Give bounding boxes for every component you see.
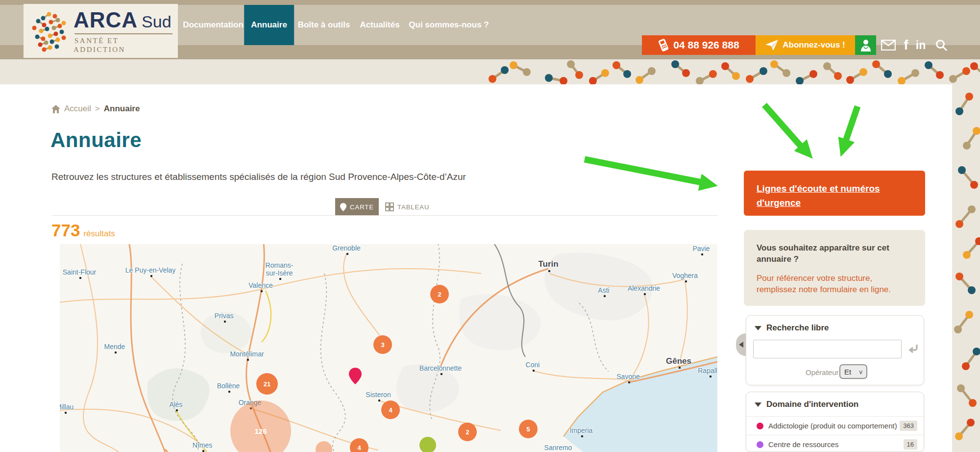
map-city-dot bbox=[679, 367, 681, 369]
free-search-title: Recherche libre bbox=[766, 323, 829, 333]
map-city-label: Nîmes bbox=[193, 441, 212, 449]
map-city-label: Millau bbox=[60, 403, 74, 411]
map-city-label: Imperia bbox=[570, 427, 593, 434]
appear-box-title: Vous souhaitez apparaître sur cet annuai… bbox=[757, 243, 912, 265]
map-cluster-marker-5[interactable]: 5 bbox=[519, 420, 538, 438]
logo-molecule-icon bbox=[29, 9, 71, 52]
home-icon[interactable] bbox=[51, 105, 60, 113]
site-logo[interactable]: ARCA Sud SANTÉ ET ADDICTION bbox=[24, 4, 178, 58]
map-view[interactable]: GrenoblePavieTurinRomans- sur-IsèreSaint… bbox=[60, 244, 717, 452]
domain-filter-item[interactable]: Addictologie (produit ou comportement)36… bbox=[746, 416, 924, 435]
results-count: 773 bbox=[51, 221, 80, 240]
map-pin-icon bbox=[340, 203, 346, 211]
map-cluster-marker-21[interactable]: 21 bbox=[256, 373, 278, 395]
operator-select[interactable]: Et v bbox=[839, 364, 867, 379]
domain-filter-title: Domaine d'intervention bbox=[766, 400, 858, 409]
breadcrumb-current: Annuaire bbox=[104, 104, 140, 114]
facebook-icon[interactable]: f bbox=[901, 35, 911, 55]
logo-text: ARCA Sud SANTÉ ET ADDICTION bbox=[74, 8, 173, 54]
map-city-dot bbox=[441, 373, 442, 375]
map-city-dot bbox=[346, 253, 348, 255]
map-city-dot bbox=[604, 295, 606, 297]
molecule-band-decoration bbox=[0, 59, 980, 84]
subscribe-label: Abonnez-vous ! bbox=[783, 40, 845, 50]
map-city-label: Sisteron bbox=[366, 391, 391, 399]
operator-value: Et bbox=[844, 368, 851, 376]
results-summary: 773 résultats bbox=[51, 221, 115, 240]
table-grid-icon bbox=[385, 202, 394, 211]
nav-item-annuaire[interactable]: Annuaire bbox=[244, 5, 294, 45]
email-icon[interactable] bbox=[878, 35, 899, 55]
collapse-triangle-icon bbox=[755, 402, 761, 407]
submit-return-icon[interactable] bbox=[907, 344, 919, 354]
map-city-label: Savone bbox=[616, 373, 639, 380]
nav-item-actualit-s[interactable]: Actualités bbox=[353, 5, 406, 45]
phone-button[interactable]: 04 88 926 888 bbox=[642, 35, 756, 55]
tab-carte-label: CARTE bbox=[350, 203, 374, 211]
map-city-dot bbox=[176, 409, 178, 411]
logo-tagline: SANTÉ ET ADDICTION bbox=[74, 37, 125, 53]
results-label: résultats bbox=[83, 229, 115, 239]
emergency-lines-label: Lignes d'écoute et numéros d'urgence bbox=[757, 183, 880, 208]
logo-suffix: Sud bbox=[142, 12, 172, 31]
map-city-label: Alès bbox=[169, 401, 182, 408]
breadcrumb-home[interactable]: Accueil bbox=[64, 104, 91, 114]
domain-filter-header[interactable]: Domaine d'intervention bbox=[746, 392, 924, 409]
nav-item-documentation[interactable]: Documentation bbox=[176, 5, 250, 45]
page-title: Annuaire bbox=[50, 128, 142, 152]
nav-item-bo-te-outils[interactable]: Boîte à outils bbox=[291, 5, 357, 45]
search-icon[interactable] bbox=[931, 35, 952, 55]
map-city-label: Saint-Flour bbox=[63, 268, 96, 276]
map-marker[interactable] bbox=[419, 437, 436, 452]
emergency-lines-button[interactable]: Lignes d'écoute et numéros d'urgence bbox=[744, 171, 925, 216]
map-city-label: Alexandrie bbox=[628, 284, 660, 292]
map-city-label: Mende bbox=[104, 343, 125, 351]
subscribe-button[interactable]: Abonnez-vous ! bbox=[756, 35, 855, 55]
map-city-label: Bollène bbox=[217, 382, 240, 390]
map-city-dot bbox=[202, 450, 204, 452]
phone-icon bbox=[658, 39, 669, 51]
domain-filter-item[interactable]: Centre de ressources16 bbox=[746, 435, 924, 452]
map-city-dot bbox=[581, 435, 583, 437]
breadcrumb-separator: > bbox=[95, 104, 100, 114]
linkedin-icon[interactable]: in bbox=[912, 35, 929, 55]
map-cluster-marker-2[interactable]: 2 bbox=[458, 423, 477, 441]
nav-item-qui-sommes-nous[interactable]: Qui sommes-nous ? bbox=[402, 5, 495, 45]
collapse-triangle-icon bbox=[755, 326, 761, 330]
map-cluster-marker-2[interactable]: 2 bbox=[430, 285, 449, 303]
map-city-dot bbox=[261, 290, 263, 292]
tab-carte[interactable]: CARTE bbox=[335, 198, 379, 216]
operator-label: Opérateur bbox=[806, 368, 839, 377]
map-city-label: Sanremo bbox=[544, 444, 572, 452]
map-city-label: Privas bbox=[215, 312, 234, 320]
free-search-header[interactable]: Recherche libre bbox=[746, 316, 924, 333]
professional-access-button[interactable] bbox=[855, 35, 876, 55]
domain-color-dot bbox=[757, 423, 763, 429]
map-city-dot bbox=[701, 253, 703, 255]
map-city-dot bbox=[65, 412, 67, 414]
map-result-pin[interactable] bbox=[349, 368, 362, 384]
logo-name: ARCA bbox=[74, 8, 138, 32]
page: { "colors": { "accent_orange": "#e4521c"… bbox=[0, 0, 980, 452]
map-city-dot bbox=[378, 400, 380, 402]
map-city-dot bbox=[533, 370, 535, 372]
map-city-label: Turin bbox=[538, 259, 558, 269]
chevron-down-icon: v bbox=[859, 368, 863, 376]
map-city-label: Voghera bbox=[672, 272, 698, 279]
sidebar-collapse-handle[interactable] bbox=[736, 333, 746, 356]
page-subtitle: Retrouvez les structures et établissemen… bbox=[51, 172, 466, 182]
map-cluster-marker-4[interactable]: 4 bbox=[381, 401, 400, 419]
map-city-dot bbox=[710, 376, 711, 377]
tab-tableau[interactable]: TABLEAU bbox=[385, 198, 429, 216]
tabs-divider bbox=[51, 215, 718, 216]
map-cluster-marker-3[interactable]: 3 bbox=[373, 335, 392, 354]
free-search-input[interactable] bbox=[753, 340, 902, 358]
map-city-dot bbox=[224, 321, 226, 323]
map-city-label: Pavie bbox=[692, 245, 710, 252]
doctor-icon bbox=[860, 39, 872, 51]
map-city-label: Asti bbox=[598, 286, 609, 294]
domain-item-label: Centre de ressources bbox=[768, 440, 904, 449]
appear-box-link[interactable]: Pour référencer votre structure, remplis… bbox=[757, 273, 912, 296]
map-city-label: Gênes bbox=[666, 356, 691, 366]
map-city-label: Coni bbox=[526, 361, 540, 369]
